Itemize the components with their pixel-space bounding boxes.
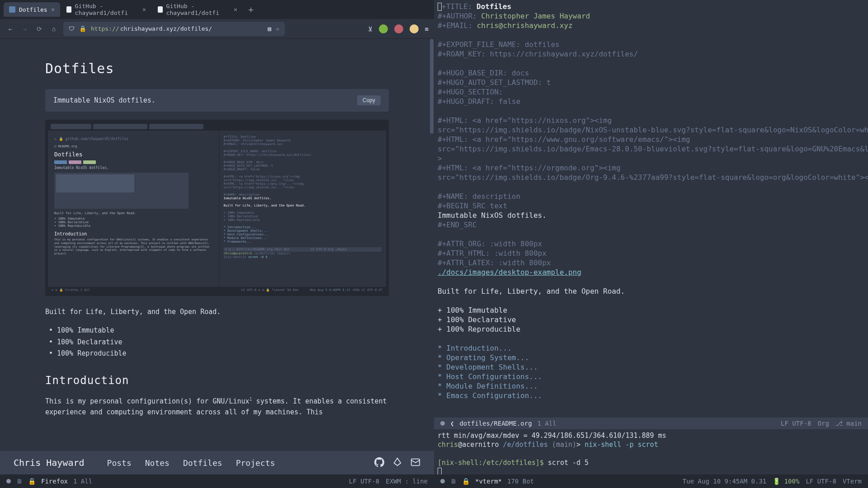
browser-tabs: Dotfiles × GitHub - chayward1/dotfi × Gi… xyxy=(0,0,434,19)
new-tab-button[interactable]: + xyxy=(244,4,258,15)
site-brand[interactable]: Chris Hayward xyxy=(14,457,85,468)
extension-icon[interactable] xyxy=(379,24,388,33)
status-dot xyxy=(440,479,445,483)
list-item: 100% Reproducible xyxy=(57,348,389,360)
intro-heading: Introduction xyxy=(45,374,389,387)
rtt-line: rtt min/avg/max/mdev = 49.294/186.651/36… xyxy=(438,431,864,440)
buffer-pos: 1 All xyxy=(73,478,92,485)
git-branch: ⎇ main xyxy=(835,420,862,427)
url-protocol: https:// xyxy=(91,25,119,32)
tab-label: GitHub - chayward1/dotfi xyxy=(75,3,139,16)
mode: VTerm xyxy=(843,478,862,485)
encoding: LF UTF-8 xyxy=(806,478,836,485)
battery-status: 🔋 100% xyxy=(773,478,799,485)
file-icon: 🗎 xyxy=(450,478,457,485)
buffer-name: *vterm* xyxy=(475,478,502,485)
mode: Org xyxy=(818,420,829,427)
modeline-left: 🗎 🔒 Firefox 1 All LF UTF-8 EXWM : line xyxy=(0,474,434,488)
shield-icon: 🛡 xyxy=(69,25,75,32)
buffer-pos: 170 Bot xyxy=(507,478,534,485)
forward-button[interactable]: → xyxy=(20,24,30,34)
browser-toolbar: ← → ⟳ ⌂ 🛡 🔒 https://chrishayward.xyz/dot… xyxy=(0,19,434,39)
nav-posts[interactable]: Posts xyxy=(107,458,132,468)
back-button[interactable]: ← xyxy=(5,24,15,34)
feature-list: 100% Immutable 100% Declarative 100% Rep… xyxy=(45,325,389,360)
file-icon: 🗎 xyxy=(16,478,23,485)
tab-label: GitHub - chayward1/dotfi xyxy=(166,3,230,16)
intro-text: This is my personal configuration(s) for… xyxy=(45,396,389,418)
buffer-path: dotfiles/README.org xyxy=(459,420,532,427)
page-content: Dotfiles Immutable NixOS dotfiles. Copy … xyxy=(0,39,434,451)
tab-github-1[interactable]: GitHub - chayward1/dotfi × xyxy=(61,0,151,20)
buffer-pos: 1 All xyxy=(538,420,557,427)
editor[interactable]: +TITLE: Dotfiles#+AUTHOR: Christopher Ja… xyxy=(434,0,868,418)
home-button[interactable]: ⌂ xyxy=(49,24,59,34)
page-title: Dotfiles xyxy=(45,61,389,76)
hero-image: ⌂ 🔒 github.com/chayward1/dotfiles □ READ… xyxy=(45,120,389,296)
favicon-icon xyxy=(66,6,71,13)
extension-icon[interactable] xyxy=(410,24,419,33)
extension-icon[interactable] xyxy=(394,24,403,33)
lock-icon: 🔒 xyxy=(462,478,470,485)
tagline: Built for Life, Liberty, and the Open Ro… xyxy=(45,308,389,316)
buffer-name: Firefox xyxy=(41,478,68,485)
encoding: LF UTF-8 xyxy=(349,478,379,485)
favicon-icon xyxy=(9,6,15,13)
nav-projects[interactable]: Projects xyxy=(236,458,275,468)
reload-button[interactable]: ⟳ xyxy=(34,24,44,34)
mode: EXWM : line xyxy=(386,478,428,485)
gitlab-icon[interactable] xyxy=(392,457,402,469)
encoding: LF UTF-8 xyxy=(781,420,811,427)
lock-icon: 🔒 xyxy=(79,25,86,32)
bookmark-icon[interactable]: ☆ xyxy=(276,25,279,32)
terminal[interactable]: rtt min/avg/max/mdev = 49.294/186.651/36… xyxy=(434,429,868,474)
list-item: 100% Immutable xyxy=(57,325,389,337)
status-dot xyxy=(440,421,445,426)
prompt-line: chris@acernitro /e/dotfiles (main)> nix-… xyxy=(438,440,864,449)
description-text: Immutable NixOS dotfiles. xyxy=(53,96,156,104)
scrollbar[interactable] xyxy=(430,39,434,134)
reader-icon[interactable]: ▤ xyxy=(268,25,271,32)
pocket-icon[interactable]: ⊻ xyxy=(368,25,373,33)
tab-label: Dotfiles xyxy=(19,6,47,13)
close-icon[interactable]: × xyxy=(51,6,55,13)
status-dot xyxy=(6,479,11,483)
url-text: chrishayward.xyz/dotfiles/ xyxy=(120,25,212,32)
description-block: Immutable NixOS dotfiles. Copy xyxy=(45,89,389,112)
prompt-line-3: [nix-shell:/etc/dotfiles]$ scrot -d 5 xyxy=(438,458,864,467)
editor-modeline: ❮ dotfiles/README.org 1 All LF UTF-8 Org… xyxy=(434,418,868,429)
site-nav: Chris Hayward Posts Notes Dotfiles Proje… xyxy=(0,451,434,474)
nav-dotfiles[interactable]: Dotfiles xyxy=(183,458,222,468)
tab-github-2[interactable]: GitHub - chayward1/dotfi × xyxy=(152,0,243,20)
close-icon[interactable]: × xyxy=(142,6,146,13)
menu-icon[interactable]: ≡ xyxy=(425,25,429,33)
lock-icon: 🔒 xyxy=(28,478,36,485)
list-item: 100% Declarative xyxy=(57,337,389,348)
mail-icon[interactable] xyxy=(410,457,420,469)
tab-dotfiles[interactable]: Dotfiles × xyxy=(4,2,60,17)
github-icon[interactable] xyxy=(374,457,384,469)
close-icon[interactable]: × xyxy=(234,6,237,13)
copy-button[interactable]: Copy xyxy=(357,95,381,105)
favicon-icon xyxy=(158,6,163,13)
nav-notes[interactable]: Notes xyxy=(145,458,170,468)
clock: Tue Aug 10 9:45AM 0.31 xyxy=(683,478,766,485)
term-modeline: 🗎 🔒 *vterm* 170 Bot Tue Aug 10 9:45AM 0.… xyxy=(434,474,868,488)
prompt-line-2 xyxy=(438,449,864,458)
url-bar[interactable]: 🛡 🔒 https://chrishayward.xyz/dotfiles/ ▤… xyxy=(63,22,285,36)
chevron-left-icon: ❮ xyxy=(450,420,454,427)
